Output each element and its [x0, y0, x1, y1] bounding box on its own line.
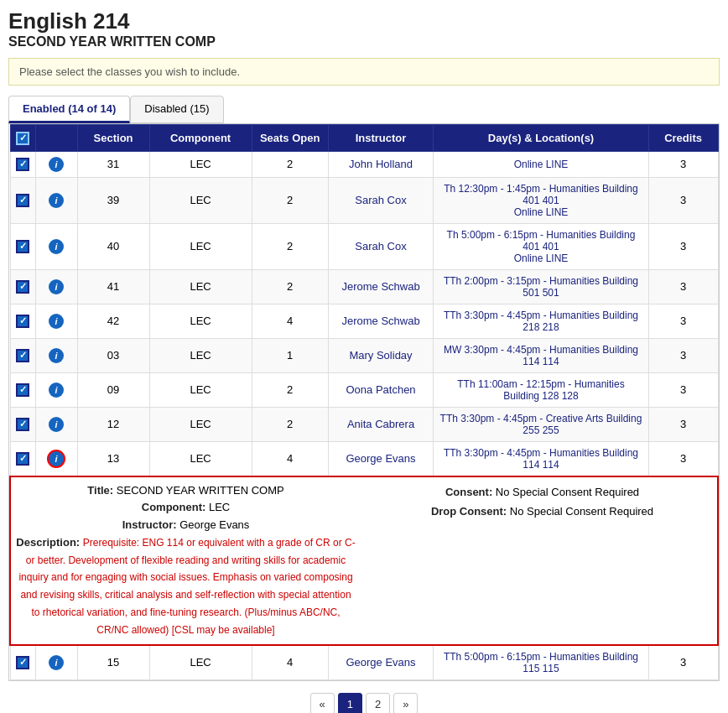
row-checkbox[interactable]: [16, 383, 29, 397]
select-all-checkbox[interactable]: [16, 132, 29, 145]
cell-component: LEC: [149, 304, 252, 338]
cell-section: 09: [77, 372, 149, 407]
cell-section: 31: [77, 151, 149, 177]
cell-days: TTh 2:00pm - 3:15pm - Humanities Buildin…: [434, 269, 648, 304]
next-page-button[interactable]: »: [393, 693, 418, 713]
cell-days: TTh 3:30pm - 4:45pm - Humanities Buildin…: [434, 304, 648, 338]
cell-seats: 2: [252, 407, 328, 441]
info-icon[interactable]: i: [49, 348, 64, 363]
cell-section: 40: [77, 223, 149, 269]
cell-days: Online LINE: [434, 151, 648, 177]
notice-text: Please select the classes you wish to in…: [19, 65, 240, 78]
info-icon[interactable]: i: [49, 314, 64, 329]
row-checkbox[interactable]: [16, 656, 29, 669]
table-header-row: Section Component Seats Open Instructor …: [10, 125, 718, 152]
header-seats: Seats Open: [252, 125, 328, 152]
cell-instructor[interactable]: George Evans: [328, 645, 434, 680]
cell-seats: 4: [252, 645, 328, 680]
info-icon[interactable]: i: [49, 239, 64, 254]
course-name: SECOND YEAR WRITTEN COMP: [8, 34, 720, 49]
cell-seats: 2: [252, 269, 328, 304]
cell-component: LEC: [149, 338, 252, 372]
cell-credits: 3: [648, 223, 718, 269]
table-row: i31LEC2John HollandOnline LINE3: [10, 151, 718, 177]
row-checkbox[interactable]: [16, 280, 29, 294]
cell-days: TTh 3:30pm - 4:45pm - Humanities Buildin…: [434, 441, 648, 476]
info-icon[interactable]: i: [49, 157, 64, 172]
cell-credits: 3: [648, 338, 718, 372]
row-checkbox[interactable]: [16, 452, 29, 466]
cell-days: Th 5:00pm - 6:15pm - Humanities Building…: [434, 223, 648, 269]
table-row: i41LEC2Jerome SchwabTTh 2:00pm - 3:15pm …: [10, 269, 718, 304]
cell-seats: 4: [252, 441, 328, 476]
row-checkbox[interactable]: [16, 240, 29, 253]
page-1-button[interactable]: 1: [338, 693, 362, 713]
cell-instructor[interactable]: Jerome Schwab: [328, 269, 434, 304]
cell-seats: 1: [252, 338, 328, 372]
cell-seats: 2: [252, 177, 328, 223]
cell-instructor[interactable]: Mary Soliday: [328, 338, 434, 372]
info-icon[interactable]: i: [49, 193, 64, 208]
info-icon[interactable]: i: [49, 279, 64, 294]
table-row: i42LEC4Jerome SchwabTTh 3:30pm - 4:45pm …: [10, 304, 718, 338]
notice-box: Please select the classes you wish to in…: [8, 58, 720, 86]
cell-instructor[interactable]: Jerome Schwab: [328, 304, 434, 338]
row-checkbox[interactable]: [16, 158, 29, 171]
header-instructor: Instructor: [328, 125, 434, 152]
row-checkbox[interactable]: [16, 315, 29, 328]
cell-instructor[interactable]: Sarah Cox: [328, 177, 434, 223]
cell-credits: 3: [648, 372, 718, 407]
cell-component: LEC: [149, 645, 252, 680]
header-info: [35, 125, 77, 152]
cell-component: LEC: [149, 223, 252, 269]
sections-table: Section Component Seats Open Instructor …: [9, 124, 719, 680]
header-section: Section: [77, 125, 149, 152]
pagination: « 1 2 »: [8, 693, 720, 713]
table-row: i03LEC1Mary SolidayMW 3:30pm - 4:45pm - …: [10, 338, 718, 372]
table-row: i39LEC2Sarah CoxTh 12:30pm - 1:45pm - Hu…: [10, 177, 718, 223]
table-row: i40LEC2Sarah CoxTh 5:00pm - 6:15pm - Hum…: [10, 223, 718, 269]
row-checkbox[interactable]: [16, 194, 29, 207]
info-icon[interactable]: i: [47, 450, 65, 468]
row-checkbox[interactable]: [16, 418, 29, 431]
cell-credits: 3: [648, 645, 718, 680]
cell-component: LEC: [149, 151, 252, 177]
cell-component: LEC: [149, 372, 252, 407]
cell-days: TTh 11:00am - 12:15pm - Humanities Build…: [434, 372, 648, 407]
page-2-button[interactable]: 2: [366, 693, 390, 713]
prev-page-button[interactable]: «: [310, 693, 335, 713]
cell-section: 13: [77, 441, 149, 476]
cell-seats: 2: [252, 372, 328, 407]
cell-instructor[interactable]: Sarah Cox: [328, 223, 434, 269]
cell-seats: 2: [252, 223, 328, 269]
cell-component: LEC: [149, 177, 252, 223]
cell-days: MW 3:30pm - 4:45pm - Humanities Building…: [434, 338, 648, 372]
cell-section: 41: [77, 269, 149, 304]
cell-section: 12: [77, 407, 149, 441]
cell-component: LEC: [149, 441, 252, 476]
info-icon[interactable]: i: [49, 383, 64, 398]
cell-instructor[interactable]: Anita Cabrera: [328, 407, 434, 441]
table-row: i13LEC4George EvansTTh 3:30pm - 4:45pm -…: [10, 441, 718, 476]
header-days: Day(s) & Location(s): [434, 125, 648, 152]
row-checkbox[interactable]: [16, 349, 29, 362]
cell-days: Th 12:30pm - 1:45pm - Humanities Buildin…: [434, 177, 648, 223]
cell-section: 39: [77, 177, 149, 223]
tab-bar: Enabled (14 of 14) Disabled (15): [8, 96, 720, 123]
course-number: English 214: [8, 8, 720, 34]
cell-instructor[interactable]: John Holland: [328, 151, 434, 177]
info-icon[interactable]: i: [49, 655, 64, 670]
table-row: i12LEC2Anita CabreraTTh 3:30pm - 4:45pm …: [10, 407, 718, 441]
cell-credits: 3: [648, 441, 718, 476]
table-row: i15LEC4George EvansTTh 5:00pm - 6:15pm -…: [10, 645, 718, 680]
cell-instructor[interactable]: George Evans: [328, 441, 434, 476]
cell-instructor[interactable]: Oona Patchen: [328, 372, 434, 407]
info-icon[interactable]: i: [49, 417, 64, 432]
tab-enabled[interactable]: Enabled (14 of 14): [8, 96, 130, 123]
header-checkbox-cell[interactable]: [10, 125, 35, 152]
cell-credits: 3: [648, 269, 718, 304]
cell-seats: 4: [252, 304, 328, 338]
tab-disabled[interactable]: Disabled (15): [130, 96, 223, 123]
cell-days: TTh 3:30pm - 4:45pm - Creative Arts Buil…: [434, 407, 648, 441]
cell-component: LEC: [149, 407, 252, 441]
